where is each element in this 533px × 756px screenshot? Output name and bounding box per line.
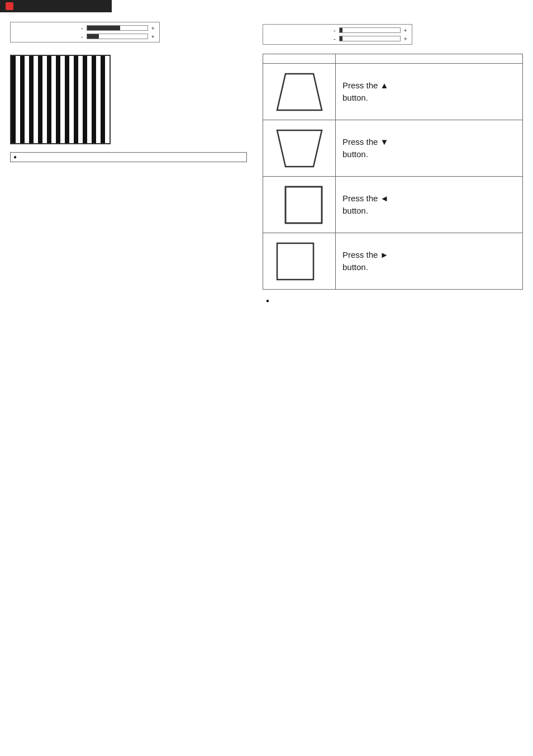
picture-cell-2: [263, 120, 336, 177]
svg-marker-1: [277, 130, 322, 167]
position-h-bar-fill: [87, 26, 120, 30]
picture-cell-4: [263, 233, 336, 290]
table-header-picture: [263, 54, 336, 64]
table-row: Press the ◄button.: [263, 177, 523, 233]
table-row: Press the ▼button.: [263, 120, 523, 177]
keystone-v-bar: [339, 36, 401, 41]
keystone-v-bar-fill: [340, 36, 342, 41]
svg-marker-4: [277, 243, 313, 280]
operation-text-2: Press the ▼button.: [342, 137, 388, 159]
keystone-h-bar: [339, 27, 401, 33]
position-v-bar: [87, 34, 148, 39]
operation-text-3: Press the ◄button.: [342, 193, 388, 216]
operation-cell-2: Press the ▼button.: [336, 120, 523, 177]
operation-cell-3: Press the ◄button.: [336, 177, 523, 233]
svg-marker-3: [285, 187, 322, 223]
picture-cell-1: [263, 64, 336, 120]
table-row: Press the ►button.: [263, 233, 523, 290]
operation-text-4: Press the ►button.: [342, 250, 388, 272]
position-setting-box: - + - +: [10, 22, 160, 42]
keystone-h-bar-fill: [340, 28, 342, 32]
trapezoid-right-narrow: [274, 240, 325, 282]
keystone-box: [10, 152, 247, 162]
position-v-bar-fill: [87, 34, 99, 39]
trapezoid-bottom-narrow: [274, 127, 325, 169]
operation-text-1: Press the ▲button.: [342, 81, 388, 103]
picture-cell-3: [263, 177, 336, 233]
table-header-operation: [336, 54, 523, 64]
trapezoid-left-narrow: [274, 184, 325, 226]
keystone-table: Press the ▲button. Press the ▼button.: [263, 54, 523, 290]
position-h-bar: [87, 25, 148, 31]
svg-marker-0: [277, 74, 322, 110]
svg-marker-2: [285, 187, 322, 223]
left-column: - + - +: [0, 12, 257, 305]
keystone-setting-box: - + - +: [263, 24, 412, 45]
operation-cell-4: Press the ►button.: [336, 233, 523, 290]
table-row: Press the ▲button.: [263, 64, 523, 120]
operation-cell-1: Press the ▲button.: [336, 64, 523, 120]
contents-banner: [0, 0, 112, 12]
right-column: - + - +: [257, 12, 533, 305]
striped-pattern-image: // Generate striped columns const sp = d…: [10, 55, 111, 144]
trapezoid-top-narrow: [274, 71, 325, 113]
